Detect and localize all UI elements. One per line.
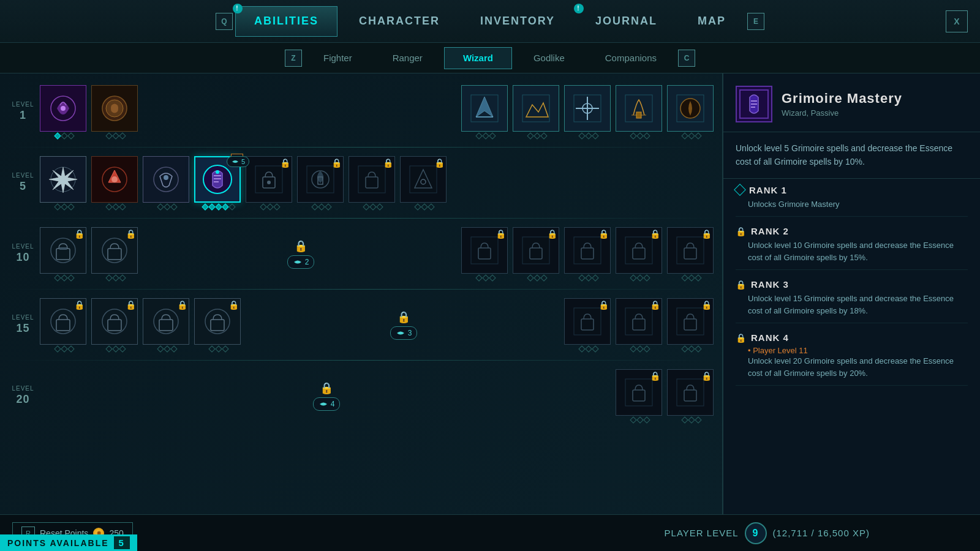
dot [540,132,547,139]
ability-slot-1-2 [91,85,140,138]
svg-rect-39 [522,237,549,264]
dot [688,345,695,352]
ability-icon-spell-1-1[interactable] [461,85,508,132]
dot [67,132,74,139]
ability-icon-locked-10-1[interactable]: 🔒 [461,227,508,274]
dot [695,416,701,423]
abilities-panel: LEVEL 1 [0,73,723,514]
ability-icon-locked-15-2[interactable]: 🔒 [616,298,662,345]
spell-cost-badge-4: 4 [313,397,341,411]
dot [54,274,61,281]
tab-map[interactable]: MAP [679,6,745,37]
bottom-bar: R Reset Points ◉ 250 PLAYER LEVEL 9 (12,… [0,514,980,551]
class-tab-fighter[interactable]: Fighter [304,47,371,69]
ability-icon-15-1[interactable]: 🔒 [40,298,86,345]
ability-icon-locked-10-2[interactable]: 🔒 [513,227,559,274]
ability-icon-locked-20-1[interactable]: 🔒 [616,369,662,416]
ability-icon-locked-10-3[interactable]: 🔒 [564,227,611,274]
dot [215,203,222,210]
ability-icon-spell-1-3[interactable] [564,85,611,132]
ability-icon-locked-10-4[interactable]: 🔒 [616,227,662,274]
ability-icon-5-3[interactable] [143,156,189,203]
dot [67,203,74,210]
class-tab-ranger[interactable]: Ranger [374,47,442,69]
rank-4-title: RANK 4 [751,332,789,343]
ability-icon-locked-5-2[interactable]: 🔒 [297,156,344,203]
ability-icon-spell-1-2[interactable] [513,85,559,132]
dot [636,345,643,352]
dot [260,203,266,210]
lock-overlay: 🔒 [598,300,609,310]
close-button[interactable]: X [946,10,968,32]
ability-icon-1-2[interactable] [91,85,138,132]
lock-overlay: 🔒 [650,300,660,310]
dot [578,274,585,281]
dot [376,203,383,210]
exclamation-journal-icon: ! [574,4,584,13]
dot [592,345,598,352]
tab-journal[interactable]: ! JOURNAL [576,6,676,37]
ability-icon-locked-10-5[interactable]: 🔒 [667,227,714,274]
dot [67,345,74,352]
key-e[interactable]: E [747,13,764,30]
ability-icon-15-4[interactable]: 🔒 [194,298,241,345]
ability-icon-5-1[interactable] [40,156,86,203]
key-z[interactable]: Z [285,50,302,67]
points-available-label: POINTS AVAILABLE [7,538,109,548]
dot [266,203,273,210]
ability-visual-5-2 [92,157,137,202]
svg-rect-37 [471,237,498,264]
player-level-bubble: 9 [745,522,767,544]
svg-point-35 [102,238,127,263]
ability-dots-spell-1-1 [461,133,510,138]
level-row-10: LEVEL 10 🔒 [6,222,716,286]
ability-icon-locked-5-1[interactable]: 🔒 [246,156,292,203]
abilities-row-10: 🔒 [40,227,716,280]
svg-rect-43 [625,237,652,264]
ability-icon-15-3[interactable]: 🔒 [143,298,189,345]
ability-icon-locked-20-2[interactable]: 🔒 [667,369,714,416]
ability-icon-locked-5-4[interactable]: 🔒 [400,156,447,203]
ability-icon-15-2[interactable]: 🔒 [91,298,138,345]
dot [363,203,369,210]
ability-dots-5-3 [143,204,192,209]
ability-icon-5-2[interactable] [91,156,138,203]
dot [325,203,331,210]
key-q[interactable]: Q [216,13,233,30]
rank-3-item: 🔒 RANK 3 Unlock level 15 Grimoire spells… [736,279,968,323]
ability-icon-10-1[interactable]: 🔒 [40,227,86,274]
tab-character[interactable]: CHARACTER [340,6,459,37]
dot [273,203,280,210]
dot [164,345,170,352]
detail-panel: Grimoire Mastery Wizard, Passive Unlock … [723,73,980,514]
xp-info: (12,711 / 16,500 XP) [773,528,870,538]
separator-2 [6,218,716,219]
key-c[interactable]: C [678,50,695,67]
dot [489,274,496,281]
svg-point-51 [154,309,178,334]
dot [585,132,592,139]
tab-inventory[interactable]: INVENTORY [461,6,574,37]
rank-4-header: 🔒 RANK 4 [736,332,968,343]
level-5-label: LEVEL 5 [6,171,40,193]
ability-icon-spell-1-4[interactable] [616,85,662,132]
dot [61,203,67,210]
dot [119,203,126,210]
ability-icon-locked-15-1[interactable]: 🔒 [564,298,611,345]
ability-icon-10-2[interactable]: 🔒 [91,227,138,274]
dot [630,132,636,139]
ability-icon-locked-15-3[interactable]: 🔒 [667,298,714,345]
ability-visual-spell-1-2 [513,86,559,131]
dot [681,345,688,352]
class-tab-godlike[interactable]: Godlike [514,47,584,69]
ability-icon-spell-1-5[interactable] [667,85,714,132]
dot [630,345,636,352]
spell-cost-badge-1: 5 [227,156,249,167]
ability-icon-1-1[interactable] [40,85,86,132]
tab-abilities[interactable]: ! ABILITIES [235,6,337,37]
lock-overlay: 🔒 [126,300,136,310]
class-tab-wizard[interactable]: Wizard [444,47,512,69]
dot [119,274,126,281]
ability-icon-locked-5-3[interactable]: 🔒 [349,156,395,203]
class-tab-companions[interactable]: Companions [586,47,676,69]
